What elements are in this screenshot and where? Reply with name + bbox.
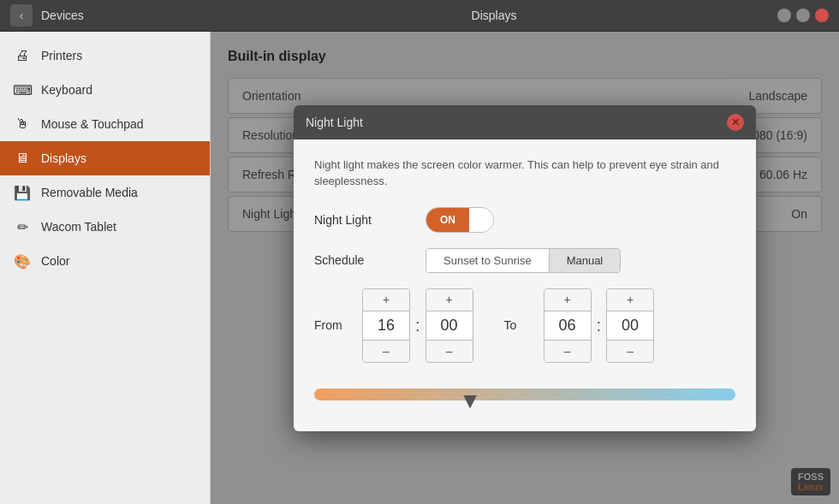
sidebar-item-color[interactable]: 🎨 Color (0, 244, 210, 278)
slider-track (314, 388, 735, 400)
sidebar-item-printers[interactable]: 🖨 Printers (0, 39, 210, 73)
minimize-button[interactable] (777, 9, 791, 22)
sidebar-label-keyboard: Keyboard (41, 83, 92, 97)
to-minutes-decrement[interactable]: – (607, 340, 653, 362)
from-hours-value: 16 (363, 311, 409, 340)
to-hours-increment[interactable]: + (544, 289, 591, 311)
to-hours-value: 06 (544, 311, 591, 340)
content-area: Built-in display Orientation Landscape R… (211, 32, 839, 504)
sidebar-label-displays: Displays (41, 151, 86, 165)
slider-track-container (314, 382, 735, 407)
dialog-close-icon: ✕ (731, 116, 740, 128)
sidebar-label-wacom: Wacom Tablet (41, 220, 116, 234)
sidebar-item-mouse-touchpad[interactable]: 🖱 Mouse & Touchpad (0, 107, 210, 141)
from-hours-decrement[interactable]: – (363, 340, 409, 362)
from-hours-increment[interactable]: + (363, 289, 409, 311)
tab-sunset-sunrise[interactable]: Sunset to Sunrise (426, 249, 550, 272)
display-icon: 🖥 (14, 150, 31, 167)
title-bar: ‹ Devices Displays (0, 0, 839, 32)
to-minutes-increment[interactable]: + (607, 289, 653, 311)
dialog-description: Night light makes the screen color warme… (314, 157, 735, 190)
sidebar-item-wacom-tablet[interactable]: ✏ Wacom Tablet (0, 210, 210, 244)
back-button[interactable]: ‹ (10, 4, 33, 27)
schedule-label: Schedule (314, 253, 425, 267)
from-minutes-decrement[interactable]: – (426, 340, 473, 362)
schedule-row: Schedule Sunset to Sunrise Manual (314, 248, 735, 273)
color-icon: 🎨 (14, 252, 31, 270)
dialog-title: Night Light (306, 116, 363, 129)
night-light-toggle[interactable]: ON (425, 207, 494, 233)
to-hours-spinner: + 06 – (544, 288, 592, 363)
to-colon: : (597, 316, 602, 335)
to-minutes-value: 00 (607, 311, 653, 340)
dialog-body: Night light makes the screen color warme… (294, 139, 756, 431)
from-label: From (314, 318, 348, 332)
keyboard-icon: ⌨ (14, 81, 31, 98)
removable-media-icon: 💾 (14, 184, 31, 201)
sidebar: 🖨 Printers ⌨ Keyboard 🖱 Mouse & Touchpad… (0, 32, 211, 504)
title-bar-left: ‹ Devices (0, 4, 211, 27)
toggle-on-option[interactable]: ON (426, 208, 469, 232)
sidebar-label-printers: Printers (41, 49, 82, 62)
devices-title: Devices (41, 9, 84, 22)
wacom-icon: ✏ (14, 218, 31, 235)
sidebar-label-color: Color (41, 254, 69, 268)
toggle-off-option[interactable] (469, 208, 493, 232)
close-button[interactable] (815, 9, 829, 22)
night-light-row: Night Light ON (314, 207, 735, 233)
to-hours-decrement[interactable]: – (544, 340, 591, 362)
from-minutes-increment[interactable]: + (426, 289, 473, 311)
slider-thumb[interactable] (463, 395, 477, 409)
from-time-picker: + 16 – : + 00 – (362, 288, 473, 363)
tab-manual[interactable]: Manual (550, 249, 621, 272)
from-minutes-spinner: + 00 – (425, 288, 473, 363)
printer-icon: 🖨 (14, 47, 31, 64)
from-hours-spinner: + 16 – (362, 288, 410, 363)
time-row: From + 16 – : + 00 (314, 288, 735, 363)
night-light-dialog: Night Light ✕ Night light makes the scre… (294, 105, 756, 431)
sidebar-item-displays[interactable]: 🖥 Displays (0, 141, 210, 175)
sidebar-item-removable-media[interactable]: 💾 Removable Media (0, 175, 210, 210)
dialog-close-button[interactable]: ✕ (727, 114, 744, 131)
color-temp-slider-section (314, 382, 735, 407)
from-minutes-value: 00 (426, 311, 473, 340)
to-label: To (504, 318, 530, 332)
night-light-label: Night Light (314, 213, 425, 227)
from-colon: : (415, 316, 420, 335)
sidebar-label-removable: Removable Media (41, 186, 138, 199)
mouse-icon: 🖱 (14, 116, 31, 133)
window-controls (777, 9, 839, 22)
maximize-button[interactable] (796, 9, 810, 22)
schedule-tabs: Sunset to Sunrise Manual (425, 248, 621, 273)
window-title: Displays (211, 9, 777, 22)
main-layout: 🖨 Printers ⌨ Keyboard 🖱 Mouse & Touchpad… (0, 32, 839, 504)
sidebar-label-mouse: Mouse & Touchpad (41, 117, 144, 131)
to-minutes-spinner: + 00 – (606, 288, 654, 363)
sidebar-item-keyboard[interactable]: ⌨ Keyboard (0, 73, 210, 107)
modal-overlay: Night Light ✕ Night light makes the scre… (211, 32, 839, 504)
dialog-titlebar: Night Light ✕ (294, 105, 756, 139)
to-time-picker: + 06 – : + 00 – (544, 288, 655, 363)
